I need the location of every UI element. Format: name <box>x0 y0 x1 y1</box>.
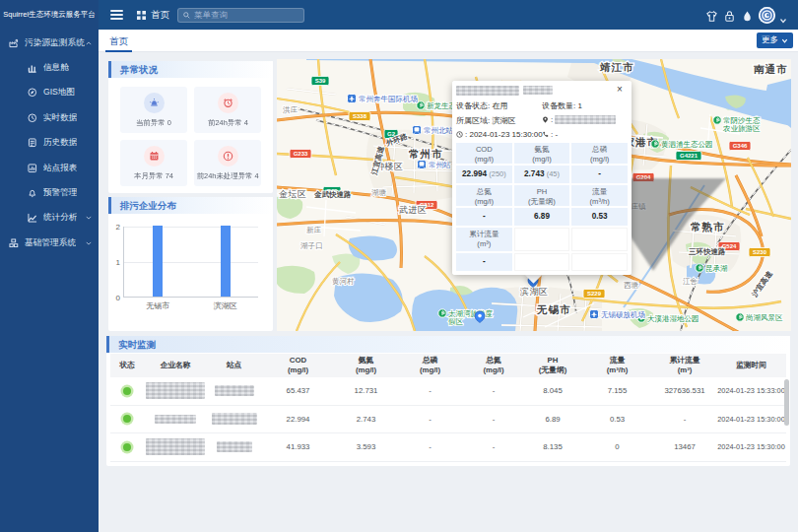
map-poi-常州奔牛国际机场[interactable]: 常州奔牛国际机场 <box>348 95 419 103</box>
device-count: 设备数量: 1 <box>542 100 628 111</box>
menu-search[interactable] <box>177 8 304 23</box>
sidebar-item-GIS地图[interactable]: GIS地图 <box>0 81 99 105</box>
status-dot-green <box>123 415 131 423</box>
table-cell <box>144 438 207 455</box>
table-cell: - <box>463 442 524 451</box>
sidebar-item-信息舱[interactable]: 信息舱 <box>0 55 99 80</box>
breadcrumb[interactable]: 首页 <box>137 9 169 22</box>
popup-th-总磷: 总磷(mg/l) <box>571 143 628 164</box>
status-card: 前24h未处理异常 4 <box>194 140 261 186</box>
map-poi-无锡硕放机场[interactable]: 无锡硕放机场 <box>590 310 646 319</box>
tab-bar: 首页 更多 <box>99 30 798 52</box>
search-input[interactable] <box>194 10 299 20</box>
svg-text:G346: G346 <box>733 143 748 149</box>
popup-td-empty <box>571 253 628 271</box>
topbar-icons <box>705 7 789 24</box>
status-card: 当前异常 0 <box>120 87 187 133</box>
redacted-company-name <box>146 438 205 455</box>
chevron-down-icon <box>86 240 92 246</box>
topbar: 首页 <box>99 0 798 30</box>
redacted-title-block <box>456 86 519 96</box>
table-cell: 12.731 <box>335 386 397 395</box>
sidebar-item-label: 污染源监测系统 <box>25 37 85 49</box>
table-cell: 7.155 <box>581 386 653 395</box>
table-cell: 2024-01-23 15:33:00 <box>716 386 786 395</box>
svg-text:常州站: 常州站 <box>429 161 451 169</box>
table-cell: 8.135 <box>524 442 581 451</box>
chevron-down-icon <box>86 215 92 221</box>
svg-text:黄泗浦生态公园: 黄泗浦生态公园 <box>661 140 713 149</box>
map-route-shield-G233: G233 <box>290 150 311 159</box>
table-cell: - <box>397 442 463 451</box>
status-dot-green <box>123 443 131 451</box>
hamburger-icon[interactable] <box>110 10 123 20</box>
sidebar-item-label: 实时数据 <box>43 112 77 124</box>
popup-th-empty <box>571 228 628 251</box>
device-time: : 2024-01-23 15:30:00 <box>456 130 542 139</box>
map-poi-昆承湖[interactable]: 昆承湖 <box>696 264 728 273</box>
table-cell: 65.437 <box>261 386 335 395</box>
sidebar-item-label: 基础管理系统 <box>25 237 76 249</box>
sidebar-item-基础管理系统[interactable]: 基础管理系统 <box>0 231 99 255</box>
map-label-金坛区: 金坛区 <box>279 189 307 199</box>
sidebar-item-实时数据[interactable]: 实时数据 <box>0 105 99 130</box>
table-cell <box>144 382 207 399</box>
chart-ytick: 1 <box>116 258 120 267</box>
sidebar-item-label: GIS地图 <box>43 87 75 99</box>
theme-skin-icon[interactable] <box>705 9 717 21</box>
table-row[interactable]: 65.43712.731--8.0457.155327636.5312024-0… <box>110 377 786 406</box>
column-header-状态: 状态 <box>110 354 144 377</box>
table-row[interactable]: 41.9333.593--8.1350134672024-01-23 15:30… <box>110 433 786 462</box>
redacted-title-block <box>523 86 553 95</box>
map[interactable]: G2G42S19S48G4221S58G204G312G346G524G233S… <box>277 59 791 331</box>
map-poi-常阴沙生态[interactable]: 常阴沙生态农业旅游区 <box>713 116 761 133</box>
status-card-label: 前24h异常 4 <box>208 117 248 127</box>
flame-icon[interactable] <box>741 9 753 21</box>
sidebar-item-label: 历史数据 <box>43 137 77 149</box>
svg-text:G4221: G4221 <box>680 153 698 159</box>
status-card-icon-circle <box>218 146 238 166</box>
location-pin-icon <box>542 116 549 123</box>
map-label-洪庄: 洪庄 <box>283 105 299 114</box>
redacted-site-name <box>217 441 252 452</box>
map-route-shield-S338: S338 <box>349 112 370 121</box>
table-row[interactable]: 22.9942.743--6.890.53-2024-01-23 15:30:0… <box>110 406 786 434</box>
close-icon[interactable]: × <box>615 85 625 95</box>
lock-icon[interactable] <box>723 9 735 21</box>
table-cell <box>207 441 261 452</box>
more-button[interactable]: 更多 <box>757 33 793 48</box>
breadcrumb-home: 首页 <box>151 9 169 22</box>
sidebar-item-历史数据[interactable]: 历史数据 <box>0 131 99 156</box>
column-header-总磷: 总磷(mg/l) <box>397 354 463 377</box>
map-poi-黄泗浦生态公园[interactable]: 黄泗浦生态公园 <box>651 140 713 149</box>
realtime-table-body: 65.43712.731--8.0457.155327636.5312024-0… <box>110 377 786 462</box>
chart-bar-滨湖区 <box>221 226 231 297</box>
sidebar-item-icon <box>28 63 37 73</box>
table-cell <box>110 443 144 451</box>
sidebar-item-预警管理[interactable]: 预警管理 <box>0 180 99 205</box>
map-poi-大溪港湿地公园[interactable]: 大溪港湿地公园 <box>637 314 699 323</box>
bell-icon <box>28 188 37 198</box>
compass-icon <box>28 88 37 98</box>
cubes-icon <box>9 238 19 248</box>
redacted-company-name <box>146 382 205 399</box>
sidebar-item-站点报表[interactable]: 站点报表 <box>0 156 99 180</box>
sidebar-item-统计分析[interactable]: 统计分析 <box>0 206 99 231</box>
sidebar-item-污染源监测系统[interactable]: 污染源监测系统 <box>0 31 99 55</box>
popup-th-PH: PH(无量纲) <box>514 185 570 206</box>
column-header-总氮: 总氮(mg/l) <box>463 354 524 377</box>
status-card: 本月异常 74 <box>120 140 187 186</box>
table-scrollbar-thumb[interactable] <box>784 379 789 426</box>
svg-text:G233: G233 <box>294 151 308 157</box>
map-route-shield-G346: G346 <box>729 142 751 151</box>
table-cell: 41.933 <box>261 442 335 451</box>
map-poi-尚湖风景区[interactable]: 尚湖风景区 <box>736 313 783 322</box>
chart-xtick: 滨湖区 <box>214 300 237 311</box>
user-chevron-down-icon[interactable] <box>779 11 787 19</box>
tab-home[interactable]: 首页 <box>105 30 132 52</box>
avatar[interactable] <box>759 7 775 24</box>
popup-td: 0.53 <box>571 208 628 226</box>
map-poi-常州北站[interactable]: 常州北站 <box>413 126 454 135</box>
sidebar-item-label: 站点报表 <box>43 163 77 174</box>
map-poi-常州站[interactable]: 常州站 <box>418 161 452 169</box>
